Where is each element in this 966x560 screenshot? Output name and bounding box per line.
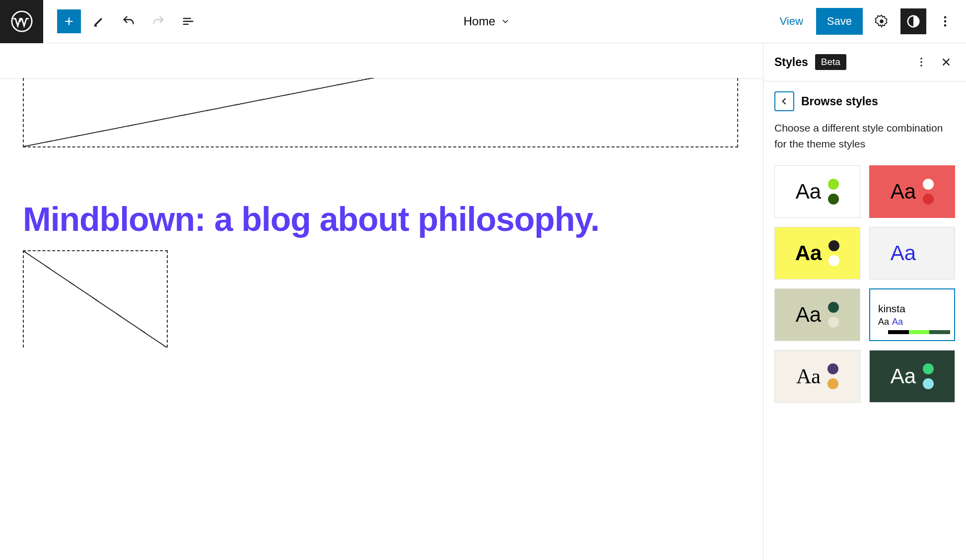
variation-typography-preview: AaAa xyxy=(878,317,903,327)
save-button[interactable]: Save xyxy=(816,8,863,35)
page-heading[interactable]: Mindblown: a blog about philosophy. xyxy=(23,198,733,240)
svg-point-5 xyxy=(944,24,947,27)
sidebar-options-button[interactable] xyxy=(912,50,930,74)
styles-sidebar: Styles Beta Browse styles Choose a diffe xyxy=(763,43,966,560)
list-view-button[interactable] xyxy=(176,9,200,33)
template-label: Home xyxy=(464,14,495,28)
image-placeholder[interactable] xyxy=(23,250,168,348)
variation-color-dots xyxy=(923,240,934,266)
variation-name: kinsta xyxy=(878,303,905,315)
svg-point-8 xyxy=(920,65,922,67)
svg-point-0 xyxy=(11,11,31,31)
browse-description: Choose a different style combination for… xyxy=(774,120,955,151)
variation-color-dots xyxy=(923,179,934,205)
variation-typography-preview: Aa xyxy=(795,241,822,265)
template-selector[interactable]: Home xyxy=(200,14,774,28)
style-variation[interactable]: Aa xyxy=(869,165,955,218)
svg-point-1 xyxy=(880,19,884,23)
wordpress-logo[interactable] xyxy=(0,0,43,43)
variation-color-dots xyxy=(828,179,839,205)
browse-styles-label: Browse styles xyxy=(801,95,878,108)
view-link[interactable]: View xyxy=(774,11,809,32)
variation-typography-preview: Aa xyxy=(891,180,916,204)
close-sidebar-button[interactable] xyxy=(937,50,955,74)
style-variation[interactable]: Aa xyxy=(774,227,860,280)
settings-button[interactable] xyxy=(870,9,894,33)
image-placeholder[interactable] xyxy=(23,78,738,147)
variation-color-dots xyxy=(923,363,934,389)
edit-tool-button[interactable] xyxy=(87,9,111,33)
styles-button[interactable] xyxy=(900,8,926,34)
style-variation[interactable]: Aa xyxy=(869,350,955,403)
style-variation[interactable]: Aa xyxy=(869,227,955,280)
add-block-button[interactable] xyxy=(57,9,81,33)
style-variation[interactable]: Aa xyxy=(774,350,860,403)
redo-button[interactable] xyxy=(146,9,170,33)
variation-typography-preview: Aa xyxy=(891,364,916,388)
top-toolbar: Home View Save xyxy=(0,0,966,43)
variation-typography-preview: Aa xyxy=(891,241,916,265)
editor-canvas[interactable]: Mindblown: a blog about philosophy. xyxy=(0,43,763,560)
style-variation[interactable]: Aa xyxy=(774,288,860,341)
svg-point-6 xyxy=(920,58,922,60)
back-button[interactable] xyxy=(774,91,794,111)
svg-point-3 xyxy=(944,16,947,19)
variation-color-dots xyxy=(828,240,839,266)
chevron-down-icon xyxy=(500,16,510,26)
options-button[interactable] xyxy=(933,9,957,33)
toolbar-right: View Save xyxy=(774,8,966,35)
variation-typography-preview: Aa xyxy=(796,364,821,388)
variation-color-dots xyxy=(828,302,839,328)
beta-badge: Beta xyxy=(815,54,846,70)
style-variations-grid: AaAaAaAaAakinstaAaAaAaAa xyxy=(774,165,955,403)
style-variation[interactable]: Aa xyxy=(774,165,860,218)
undo-button[interactable] xyxy=(117,9,140,33)
chevron-left-icon xyxy=(779,96,789,106)
variation-typography-preview: Aa xyxy=(796,180,821,204)
svg-point-4 xyxy=(944,20,947,23)
sidebar-title: Styles xyxy=(774,56,808,69)
toolbar-left xyxy=(43,9,200,33)
variation-palette-bar xyxy=(888,330,950,334)
sidebar-header: Styles Beta xyxy=(763,43,966,81)
svg-point-7 xyxy=(920,61,922,63)
style-variation[interactable]: kinstaAaAa xyxy=(869,288,955,341)
variation-color-dots xyxy=(828,363,838,389)
variation-typography-preview: Aa xyxy=(796,303,821,327)
